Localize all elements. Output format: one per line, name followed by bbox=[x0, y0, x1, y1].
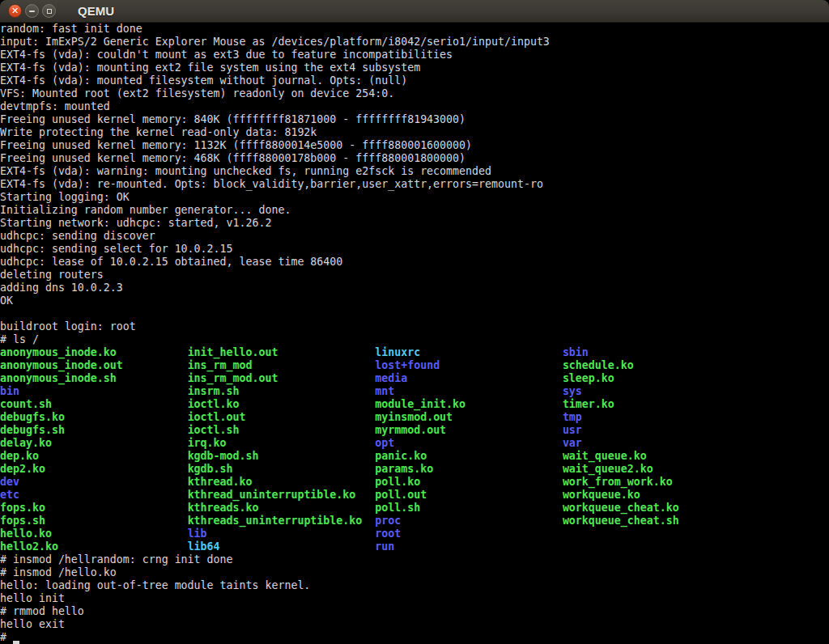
console-line: Freeing unused kernel memory: 1132K (fff… bbox=[0, 139, 829, 152]
ls-entry: usr bbox=[563, 424, 582, 436]
console-line: # insmod /hellrandom: crng init done bbox=[0, 553, 829, 566]
ls-entry: kthread.ko bbox=[188, 476, 376, 488]
console-line: hello init bbox=[0, 592, 829, 605]
ls-entry: sys bbox=[563, 385, 582, 397]
ls-entry: workqueue_cheat.ko bbox=[563, 502, 679, 514]
ls-entry: kgdb-mod.sh bbox=[188, 450, 376, 462]
ls-entry: tmp bbox=[563, 411, 582, 423]
ls-entry: count.sh bbox=[0, 398, 188, 410]
console-line: # rmmod hello bbox=[0, 605, 829, 618]
terminal-screen[interactable]: random: fast init doneinput: ImExPS/2 Ge… bbox=[0, 23, 829, 644]
ls-entry: schedule.ko bbox=[563, 359, 634, 371]
shell-prompt: # bbox=[0, 631, 13, 643]
ls-entry: anonymous_inode.ko bbox=[0, 346, 188, 358]
close-button[interactable]: ✕ bbox=[8, 4, 22, 18]
ls-entry: hello2.ko bbox=[0, 540, 188, 553]
console-line: # insmod /hello.ko bbox=[0, 566, 829, 579]
ls-entry: workqueue.ko bbox=[563, 489, 640, 501]
ls-entry: lib bbox=[188, 527, 376, 540]
console-line: dev kthread.ko poll.ko work_from_work.ko bbox=[0, 476, 829, 489]
ls-entry: wait_queue.ko bbox=[563, 450, 647, 462]
ls-entry: linuxrc bbox=[375, 346, 563, 358]
ls-entry: dep2.ko bbox=[0, 463, 188, 475]
console-line: anonymous_inode.ko init_hello.out linuxr… bbox=[0, 346, 829, 359]
ls-entry: lib64 bbox=[188, 540, 376, 553]
ls-entry: work_from_work.ko bbox=[563, 476, 673, 488]
ls-entry: bin bbox=[0, 385, 188, 397]
console-line: EXT4-fs (vda): couldn't mount as ext3 du… bbox=[0, 49, 829, 61]
minimize-button[interactable] bbox=[25, 4, 39, 18]
ls-entry: params.ko bbox=[375, 463, 563, 475]
console-line: Write protecting the kernel read-only da… bbox=[0, 126, 829, 139]
ls-entry: ins_rm_mod.out bbox=[188, 372, 376, 384]
console-line: OK bbox=[0, 294, 829, 307]
window-titlebar: ✕ QEMU bbox=[0, 0, 829, 23]
console-line: debugfs.sh ioctl.sh myrmmod.out usr bbox=[0, 424, 829, 437]
window-title: QEMU bbox=[78, 4, 114, 18]
ls-entry: mnt bbox=[375, 385, 563, 397]
minimize-icon bbox=[29, 11, 35, 12]
ls-entry: anonymous_inode.out bbox=[0, 359, 188, 371]
ls-entry: kgdb.sh bbox=[188, 463, 376, 475]
ls-entry: poll.ko bbox=[375, 476, 563, 488]
console-line: etc kthread_uninterruptible.ko poll.out … bbox=[0, 489, 829, 502]
console-line: Starting network: udhcpc: started, v1.26… bbox=[0, 217, 829, 230]
console-line: udhcpc: lease of 10.0.2.15 obtained, lea… bbox=[0, 256, 829, 269]
ls-entry: dev bbox=[0, 476, 188, 488]
console-line: Freeing unused kernel memory: 468K (ffff… bbox=[0, 152, 829, 165]
ls-entry: fops.ko bbox=[0, 502, 188, 514]
console-line: VFS: Mounted root (ext2 filesystem) read… bbox=[0, 87, 829, 100]
ls-entry: workqueue_cheat.sh bbox=[563, 515, 679, 527]
ls-entry: etc bbox=[0, 489, 188, 501]
console-line: Initializing random number generator... … bbox=[0, 204, 829, 217]
console-line: fops.sh kthreads_uninterruptible.ko proc… bbox=[0, 515, 829, 527]
ls-entry: lost+found bbox=[375, 359, 563, 371]
console-line: random: fast init done bbox=[0, 23, 829, 36]
close-icon: ✕ bbox=[11, 6, 19, 15]
ls-entry: ioctl.sh bbox=[188, 424, 376, 436]
console-line: # bbox=[0, 631, 829, 644]
console-line: EXT4-fs (vda): warning: mounting uncheck… bbox=[0, 165, 829, 178]
ls-entry: delay.ko bbox=[0, 437, 188, 449]
ls-entry: proc bbox=[375, 515, 563, 527]
console-line: devtmpfs: mounted bbox=[0, 100, 829, 113]
maximize-button[interactable] bbox=[42, 4, 56, 18]
ls-entry: panic.ko bbox=[375, 450, 563, 462]
console-line: Freeing unused kernel memory: 840K (ffff… bbox=[0, 113, 829, 126]
console-line: anonymous_inode.sh ins_rm_mod.out media … bbox=[0, 372, 829, 385]
ls-entry: irq.ko bbox=[188, 437, 376, 449]
console-line: EXT4-fs (vda): re-mounted. Opts: block_v… bbox=[0, 178, 829, 191]
ls-entry: poll.out bbox=[375, 489, 563, 501]
ls-entry: sleep.ko bbox=[563, 372, 614, 384]
ls-entry: ioctl.ko bbox=[188, 398, 376, 410]
ls-entry: run bbox=[375, 540, 563, 553]
console-line: udhcpc: sending select for 10.0.2.15 bbox=[0, 243, 829, 256]
ls-entry: module_init.ko bbox=[375, 398, 563, 410]
ls-entry: var bbox=[563, 437, 582, 449]
qemu-window: ✕ QEMU random: fast init doneinput: ImEx… bbox=[0, 0, 829, 644]
ls-entry: timer.ko bbox=[563, 398, 614, 410]
text-cursor bbox=[13, 631, 19, 644]
ls-entry: kthreads_uninterruptible.ko bbox=[188, 515, 376, 527]
console-output: random: fast init doneinput: ImExPS/2 Ge… bbox=[0, 23, 829, 644]
console-line: input: ImExPS/2 Generic Explorer Mouse a… bbox=[0, 36, 829, 49]
ls-entry: dep.ko bbox=[0, 450, 188, 462]
ls-entry: media bbox=[375, 372, 563, 384]
ls-entry: kthreads.ko bbox=[188, 502, 376, 514]
console-line: hello.ko lib root bbox=[0, 527, 829, 540]
ls-entry: ins_rm_mod bbox=[188, 359, 376, 371]
ls-entry: sbin bbox=[563, 346, 589, 358]
console-line: EXT4-fs (vda): mounted filesystem withou… bbox=[0, 74, 829, 87]
ls-entry: poll.sh bbox=[375, 502, 563, 514]
ls-entry: fops.sh bbox=[0, 515, 188, 527]
ls-entry: debugfs.sh bbox=[0, 424, 188, 436]
console-line: count.sh ioctl.ko module_init.ko timer.k… bbox=[0, 398, 829, 411]
ls-entry: init_hello.out bbox=[188, 346, 376, 358]
console-line: bin insrm.sh mnt sys bbox=[0, 385, 829, 398]
ls-entry: debugfs.ko bbox=[0, 411, 188, 423]
maximize-icon bbox=[47, 9, 52, 14]
console-line: EXT4-fs (vda): mounting ext2 file system… bbox=[0, 61, 829, 74]
console-line bbox=[0, 307, 829, 320]
console-line: hello: loading out-of-tree module taints… bbox=[0, 579, 829, 592]
ls-entry: wait_queue2.ko bbox=[563, 463, 653, 475]
